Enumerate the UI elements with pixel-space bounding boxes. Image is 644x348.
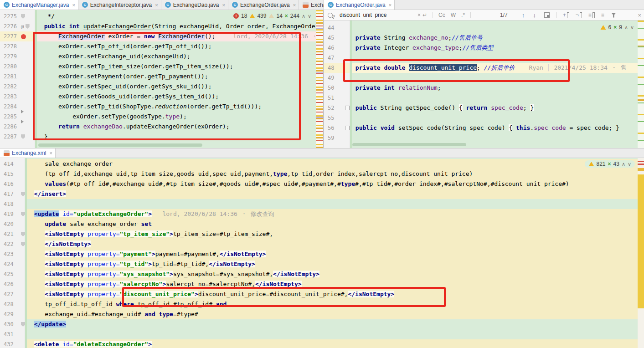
gutter-right: 444546474849505152555659 [324, 20, 350, 148]
find-toolbar: ▾ × ↵ Cc W .* 1/7 ↑ ↓ + ¬ ≡ ≡ × [324, 10, 644, 20]
tab-close-icon[interactable]: × [49, 150, 52, 156]
tab-close-icon[interactable]: × [155, 2, 158, 8]
code-token: private [355, 64, 381, 71]
whole-words-toggle[interactable]: W [451, 12, 456, 18]
line-number: 46 [324, 45, 343, 51]
fold-arrow-icon[interactable] [21, 120, 24, 123]
code-token: exOrder = [105, 33, 144, 40]
search-options-icon[interactable]: ≡ [601, 12, 604, 18]
next-occurrence-icon[interactable]: ↓ [533, 12, 536, 19]
code-token: > [152, 251, 155, 257]
close-search-icon[interactable]: × [638, 12, 641, 19]
code-token: ; [477, 64, 484, 71]
code-token: payment=#payment#, [155, 251, 220, 257]
gutter-marker-icon [26, 24, 30, 29]
gutter-row: 418 [0, 199, 25, 209]
line-number: 428 [0, 301, 19, 307]
tab-exchangeorder-java[interactable]: CExchangeOrder.java× [324, 0, 395, 10]
clear-search-icon[interactable]: × [417, 12, 421, 18]
code-token: property= [84, 291, 119, 297]
inspections-widget-bottom[interactable]: 821×43∧∨ [585, 160, 635, 168]
code-token: </isNotEmpty> [273, 271, 319, 277]
error-stripe-right[interactable] [638, 20, 644, 148]
code-area-right[interactable]: private String exchange_no;//售后单号 privat… [352, 20, 638, 148]
code-token: property= [84, 281, 119, 287]
code-line: exOrder.setSpec_uid(order.getSys_sku_id(… [37, 82, 316, 92]
tab-exchangemanager-java[interactable]: CExchangeManager.java× [0, 0, 78, 10]
remove-selection-icon[interactable]: ¬ [576, 12, 582, 18]
code-area-left[interactable]: */ public int updateExchangeOrder(String… [37, 10, 316, 148]
gutter-icons: @ [21, 24, 30, 30]
select-all-occurrences-icon[interactable] [544, 12, 550, 18]
code-line [352, 23, 638, 33]
inspections-widget-left[interactable]: !1843914×244∧∨ [233, 13, 311, 19]
code-token: salercpt [166, 281, 195, 287]
newline-icon[interactable]: ↵ [422, 12, 427, 18]
regex-toggle[interactable]: .* [461, 12, 465, 18]
collapse-chevron-up-icon[interactable]: ∧ [302, 13, 305, 19]
in-selection-icon[interactable]: ≡ [588, 12, 595, 18]
code-token: //售后单号 [452, 34, 483, 41]
gutter-row: 426 [0, 279, 25, 289]
error-stripe-left[interactable] [316, 10, 323, 148]
collapse-chevron-up-icon[interactable]: ∧ [622, 161, 625, 167]
code-token: public [355, 104, 377, 111]
code-token [27, 321, 34, 328]
tab-close-icon[interactable]: × [389, 2, 392, 8]
code-token: public [44, 23, 66, 30]
search-input[interactable] [339, 11, 416, 19]
error-stripe-bottom[interactable] [638, 158, 644, 348]
fold-arrow-icon[interactable] [21, 110, 24, 113]
collapse-chevron-up-icon[interactable]: ∧ [624, 25, 628, 31]
horizontal-scrollbar[interactable] [38, 143, 202, 147]
tab-exchangedao-java[interactable]: CExchangeDao.java× [161, 0, 228, 10]
line-number: 419 [0, 211, 19, 217]
gutter-row: 422 [0, 239, 25, 249]
code-token: </insert> [34, 190, 66, 197]
code-token: <update [34, 210, 59, 217]
collapse-chevron-down-icon[interactable]: ∨ [630, 25, 634, 31]
line-number: 2277 [0, 33, 19, 40]
gutter-icons [21, 212, 25, 216]
code-line [352, 73, 638, 83]
previous-occurrence-icon[interactable]: ↑ [522, 12, 525, 19]
code-area-bottom[interactable]: sale_exchange_order (tp_off_id,exchange_… [27, 158, 638, 348]
line-number: 51 [324, 95, 343, 101]
line-number: 421 [0, 231, 19, 237]
collapse-chevron-down-icon[interactable]: ∨ [628, 161, 631, 167]
tab-exchangeorder-java[interactable]: CExchangeOrder.java× [228, 0, 299, 10]
breakpoint-icon[interactable] [21, 34, 26, 39]
inspections-widget-right[interactable]: 6×9∧∨ [600, 24, 634, 31]
code-token [27, 291, 45, 297]
code-line: public void setSpec_code(String spec_cod… [352, 123, 638, 133]
code-line: exOrder.setTp_off_id(order.getTp_off_id(… [37, 41, 316, 51]
gutter-row: 55 [324, 113, 350, 123]
tab-exchangeinterceptor-java[interactable]: CExchangeInterceptor.java× [78, 0, 161, 10]
tab-exchange-xml[interactable]: Exchange.xml× [0, 148, 56, 158]
inspection-count: 244 [290, 13, 299, 19]
tab-close-icon[interactable]: × [222, 2, 225, 8]
xml-file-icon [303, 2, 309, 8]
code-line [352, 93, 638, 103]
typo-icon: × [285, 13, 288, 19]
code-token: tp_item_size=#tp_item_size#, [173, 230, 273, 237]
inline-annotation: lord, 2020/6/28 14:36 ・ 修改查询 [215, 33, 316, 40]
code-token: property= [84, 261, 119, 267]
gutter-row: 2280 [0, 61, 35, 72]
match-case-toggle[interactable]: Cc [438, 12, 445, 18]
tab-close-icon[interactable]: × [72, 2, 75, 8]
horizontal-scrollbar[interactable] [352, 143, 466, 146]
code-line: tp_off_id=tp_off_id where tp_off_id=#tp_… [27, 299, 638, 309]
collapse-chevron-down-icon[interactable]: ∨ [308, 13, 311, 19]
fold-toggle-icon[interactable] [345, 106, 350, 110]
line-number: 2276 [0, 23, 19, 30]
tab-close-icon[interactable]: × [293, 2, 296, 8]
gutter-marker-icon [21, 14, 25, 19]
filter-icon[interactable] [611, 13, 616, 18]
inspection-count: 43 [613, 161, 619, 167]
gutter-icons [21, 14, 25, 19]
line-number: 426 [0, 281, 19, 287]
gutter-left: 22752276@2277227822792280228122822283228… [0, 10, 35, 148]
fold-toggle-icon[interactable] [345, 126, 350, 130]
add-selection-icon[interactable]: + [563, 12, 569, 18]
